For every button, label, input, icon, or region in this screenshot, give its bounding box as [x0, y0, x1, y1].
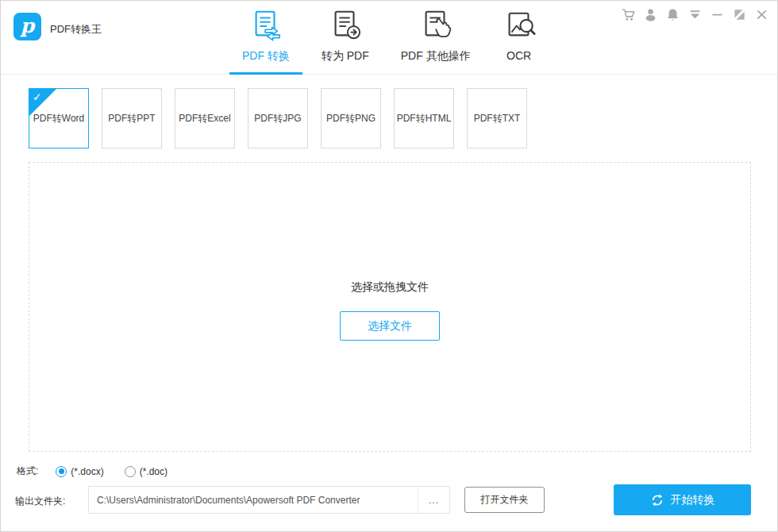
dropzone-hint: 选择或拖拽文件 — [29, 280, 750, 295]
tab-pdf-other-label: PDF 其他操作 — [401, 49, 471, 64]
header-icons — [621, 7, 769, 22]
radio-docx[interactable]: (*.docx) — [56, 466, 103, 477]
card-pdf-to-html[interactable]: PDF转HTML — [394, 88, 454, 148]
notifications-bell-icon[interactable] — [665, 7, 680, 22]
format-card-row: ✓ PDF转Word PDF转PPT PDF转Excel PDF转JPG PDF… — [29, 88, 527, 148]
output-folder-label: 输出文件夹: — [15, 495, 65, 508]
browse-button[interactable]: ... — [418, 487, 449, 513]
header: p PDF转换王 PDF 转换 — [1, 1, 777, 75]
card-label: PDF转PNG — [326, 112, 376, 125]
pdf-other-ops-icon — [419, 9, 453, 44]
card-pdf-to-txt[interactable]: PDF转TXT — [467, 88, 527, 148]
card-pdf-to-excel[interactable]: PDF转Excel — [175, 88, 235, 148]
card-pdf-to-png[interactable]: PDF转PNG — [321, 88, 381, 148]
format-options-row: 格式: (*.docx) (*.doc) — [17, 465, 188, 478]
minimize-icon[interactable] — [710, 7, 725, 22]
file-dropzone[interactable]: 选择或拖拽文件 选择文件 — [29, 162, 751, 452]
radio-docx-label: (*.docx) — [71, 466, 103, 477]
card-pdf-to-jpg[interactable]: PDF转JPG — [248, 88, 308, 148]
select-file-button[interactable]: 选择文件 — [340, 311, 440, 341]
card-label: PDF转Excel — [179, 112, 230, 125]
app-logo-icon: p — [13, 13, 41, 40]
menu-caret-icon[interactable] — [687, 7, 703, 22]
check-icon: ✓ — [33, 91, 42, 103]
to-pdf-icon — [329, 9, 362, 44]
app-title: PDF转换王 — [50, 22, 102, 37]
card-label: PDF转PPT — [108, 112, 155, 125]
ocr-icon — [503, 9, 536, 44]
start-convert-label: 开始转换 — [671, 493, 715, 507]
card-label: PDF转JPG — [254, 112, 301, 125]
app-window: p PDF转换王 PDF 转换 — [0, 0, 778, 532]
maximize-icon[interactable] — [732, 7, 747, 22]
card-pdf-to-ppt[interactable]: PDF转PPT — [102, 88, 162, 148]
tab-to-pdf[interactable]: 转为 PDF — [309, 1, 382, 75]
main-nav: PDF 转换 转为 PDF — [229, 1, 549, 75]
card-pdf-to-word[interactable]: ✓ PDF转Word — [29, 88, 89, 148]
account-icon[interactable] — [643, 7, 658, 22]
radio-doc-circle[interactable] — [125, 466, 136, 477]
cart-icon[interactable] — [621, 7, 636, 22]
tab-pdf-other[interactable]: PDF 其他操作 — [388, 1, 483, 75]
format-label: 格式: — [17, 465, 38, 478]
tab-ocr-label: OCR — [506, 49, 531, 62]
tab-ocr[interactable]: OCR — [490, 1, 549, 75]
tab-pdf-convert-label: PDF 转换 — [242, 49, 290, 64]
card-label: PDF转HTML — [397, 112, 452, 125]
convert-refresh-icon — [650, 493, 664, 507]
start-convert-button[interactable]: 开始转换 — [614, 484, 751, 515]
open-folder-button[interactable]: 打开文件夹 — [464, 487, 545, 513]
close-icon[interactable] — [754, 7, 769, 22]
pdf-convert-icon — [249, 9, 283, 44]
card-label: PDF转TXT — [474, 112, 521, 125]
tab-pdf-convert[interactable]: PDF 转换 — [229, 1, 302, 75]
tab-to-pdf-label: 转为 PDF — [322, 49, 369, 64]
radio-docx-circle[interactable] — [56, 466, 67, 477]
output-path-input[interactable] — [89, 487, 418, 513]
radio-doc-label: (*.doc) — [140, 466, 168, 477]
output-path-box: ... — [88, 486, 450, 514]
radio-doc[interactable]: (*.doc) — [125, 466, 168, 477]
